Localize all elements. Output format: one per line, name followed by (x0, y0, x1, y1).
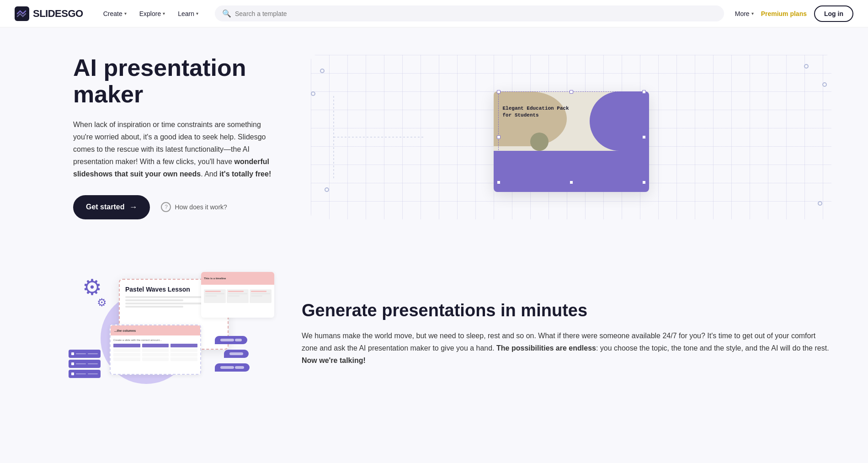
section2-description: We humans make the world move, but we ne… (302, 330, 831, 367)
section2-desc-mid: : you choose the topic, the tone and the… (596, 344, 829, 352)
mini-slide-timeline-label: This is a timeline (204, 277, 226, 280)
slide-top: Elegant Education Pack for Students (494, 91, 649, 151)
search-icon: 🔍 (222, 9, 231, 18)
chat-bubble-3 (215, 363, 250, 372)
table-cell (142, 348, 169, 352)
question-icon: ? (161, 202, 171, 212)
squiggle-lines (220, 366, 244, 369)
cell-bar (205, 291, 221, 292)
server-unit (69, 370, 101, 378)
section2-desc-bold2: Now we're talking! (302, 357, 366, 364)
table-cell (142, 353, 169, 357)
section2-desc-bold1: The possibilities are endless (496, 344, 596, 352)
dot-decoration (311, 91, 315, 96)
slide-shape-gray (530, 133, 548, 151)
cell-bar (228, 295, 240, 297)
explore-menu[interactable]: Explore ▾ (134, 6, 170, 21)
chevron-down-icon: ▾ (196, 11, 198, 16)
search-bar[interactable]: 🔍 (215, 5, 724, 21)
mini-slide-body (201, 285, 274, 306)
logo-link[interactable]: SLIDESGO (15, 6, 83, 21)
server-line (88, 373, 98, 374)
table-cell (170, 353, 197, 357)
table-cell (142, 357, 169, 361)
mini-slide-grid (204, 289, 272, 303)
server-line (76, 363, 86, 364)
table-row (113, 357, 197, 361)
table-cell (113, 348, 140, 352)
squiggle-lines (220, 339, 242, 341)
hero-cta: Get started → ? How does it work? (73, 195, 311, 219)
chat-bubble-2 (224, 350, 249, 358)
gear-small-icon: ⚙ (97, 296, 107, 309)
create-menu[interactable]: Create ▾ (98, 6, 132, 21)
chevron-down-icon: ▾ (751, 11, 754, 16)
server-led (71, 352, 74, 355)
cell-bar (228, 293, 247, 294)
squiggle (229, 352, 243, 355)
cell-bar (251, 293, 270, 294)
hero-desc-mid: . And (201, 170, 219, 178)
hero-illustration: Elegant Education Pack for Students (311, 55, 831, 219)
server-unit (69, 360, 101, 368)
section2-title: Generate presentations in minutes (302, 301, 831, 320)
slides-illustration-container: ⚙ ⚙ Pastel Waves Lesson This is a timeli… (73, 265, 265, 402)
server-line (76, 353, 86, 354)
premium-plans-link[interactable]: Premium plans (761, 10, 807, 17)
cell-bar (205, 295, 217, 297)
mini-slide2-desc: Create a slide with the correct amount..… (113, 338, 197, 342)
mini-cell (227, 289, 249, 303)
table-header-cell (142, 344, 169, 347)
squiggle (220, 366, 234, 369)
hero-title: AI presentation maker (73, 55, 311, 107)
logo-text: SLIDESGO (33, 8, 83, 20)
login-button[interactable]: Log in (814, 5, 853, 22)
cell-bar (205, 293, 224, 294)
logo-icon (15, 6, 29, 21)
server-line (88, 363, 98, 364)
mini-table (113, 344, 197, 361)
mini-slide-table: ...the columns Create a slide with the c… (110, 325, 201, 375)
table-row (113, 353, 197, 357)
cell-bar (251, 291, 266, 292)
search-input[interactable] (235, 10, 717, 17)
table-header-cell (170, 344, 197, 347)
table-cell (170, 348, 197, 352)
dot-decoration (822, 82, 827, 87)
mini-slide2-header-text: ...the columns (114, 329, 136, 332)
mini-slide2-header: ...the columns (111, 325, 200, 335)
dot-decoration (804, 64, 809, 69)
how-does-it-work-link[interactable]: ? How does it work? (161, 202, 227, 212)
more-menu[interactable]: More ▾ (735, 10, 754, 17)
slide-preview-title: Elegant Education Pack for Students (503, 105, 576, 119)
squiggle (235, 339, 242, 341)
mini-slide2-body: Create a slide with the correct amount..… (111, 335, 200, 364)
squiggle (220, 339, 234, 341)
navigation: SLIDESGO Create ▾ Explore ▾ Learn ▾ 🔍 Mo… (0, 0, 868, 27)
cell-bar (228, 291, 244, 292)
server-led (71, 362, 74, 365)
hero-desc-bold2: it's totally free! (219, 170, 271, 178)
section-generate: ⚙ ⚙ Pastel Waves Lesson This is a timeli… (0, 238, 868, 430)
server-unit (69, 350, 101, 358)
table-header-cell (113, 344, 140, 347)
table-cell (113, 357, 140, 361)
arrow-right-icon: → (129, 202, 137, 212)
chevron-down-icon: ▾ (124, 11, 127, 16)
learn-menu[interactable]: Learn ▾ (172, 6, 204, 21)
squiggle (235, 366, 244, 369)
mini-cell (250, 289, 272, 303)
mini-slide-timeline: This is a timeline (201, 272, 274, 318)
cell-bar (251, 295, 262, 297)
hero-content: AI presentation maker When lack of inspi… (73, 55, 311, 219)
hero-section: AI presentation maker When lack of inspi… (0, 27, 868, 238)
get-started-button[interactable]: Get started → (73, 195, 150, 219)
dot-decoration (320, 69, 325, 73)
server-led (71, 373, 74, 375)
squiggle-lines (229, 352, 243, 355)
slide-line-short (125, 299, 183, 301)
table-row (113, 348, 197, 352)
mini-cell (204, 289, 226, 303)
dot-decoration (818, 201, 822, 206)
dot-decoration (325, 187, 329, 192)
